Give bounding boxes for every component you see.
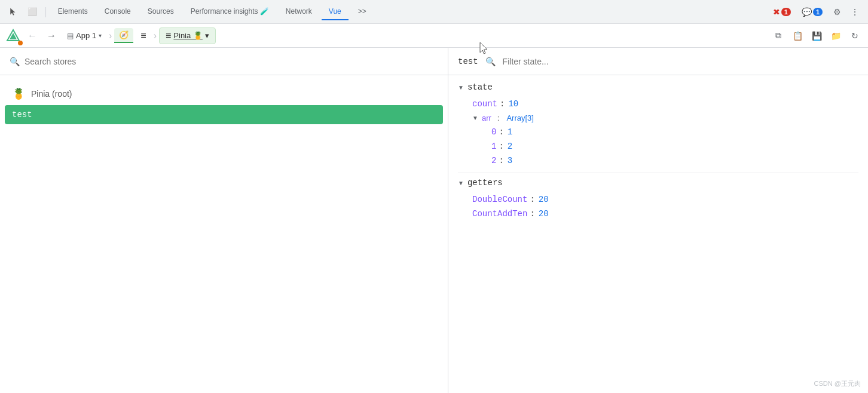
state-row-count: count : 10 xyxy=(458,97,858,111)
section-divider xyxy=(458,173,858,173)
state-content: ▼ state count : 10 ▼ arr : Array[3] xyxy=(448,75,868,393)
arr-colon-0: : xyxy=(499,127,503,137)
pinia-root-label: Pinia (root) xyxy=(31,89,72,99)
arr-index-1: 1 xyxy=(491,142,496,151)
search-icon: 🔍 xyxy=(10,57,20,66)
clipboard-btn[interactable]: 📋 xyxy=(789,27,806,44)
search-bar: 🔍 xyxy=(0,48,448,75)
arr-index-2: 2 xyxy=(491,156,496,165)
arr-val-2: 3 xyxy=(508,156,512,165)
app-breadcrumb[interactable]: ▤ App 1 ▾ xyxy=(62,29,106,42)
tab-vue[interactable]: Vue xyxy=(322,4,349,20)
countaddten-value: 20 xyxy=(539,209,549,219)
app-label: App 1 xyxy=(76,31,96,40)
active-store-label: test xyxy=(458,57,478,66)
countaddten-key: CountAddTen xyxy=(472,209,527,219)
state-row-countaddten: CountAddTen : 20 xyxy=(458,207,858,221)
breadcrumb-bar: ← → ▤ App 1 ▾ › 🧭 ≡ › ≡ Pinia 🍍 ▾ ⧉ 📋 💾 … xyxy=(0,24,868,48)
dropdown-chevron: ▾ xyxy=(205,31,209,40)
arr-item-0: 0 : 1 xyxy=(458,125,858,139)
state-triangle: ▼ xyxy=(458,84,464,91)
watermark: CSDN @王元肉 xyxy=(814,379,861,388)
arr-colon-1: : xyxy=(499,142,503,151)
breadcrumb-sep-2: › xyxy=(154,30,157,41)
arr-value: Array[3] xyxy=(506,113,534,122)
pinia-btn[interactable]: ≡ Pinia 🍍 ▾ xyxy=(159,27,216,44)
doublecount-value: 20 xyxy=(539,195,549,204)
cursor-icon xyxy=(5,4,22,20)
left-panel: 🔍 🍍 Pinia (root) test xyxy=(0,48,448,393)
getters-title: getters xyxy=(467,178,503,188)
tab-icons: ✖ 1 💬 1 ⚙ ⋮ xyxy=(768,4,863,20)
arr-header[interactable]: ▼ arr : Array[3] xyxy=(458,111,858,125)
state-title: state xyxy=(467,82,493,92)
arr-val-0: 1 xyxy=(508,127,512,137)
tab-performance[interactable]: Performance insights 🧪 xyxy=(184,4,276,20)
tab-sources[interactable]: Sources xyxy=(140,4,181,20)
folder-btn[interactable]: 📁 xyxy=(827,27,844,44)
back-btn: ← xyxy=(24,27,41,44)
store-list: 🍍 Pinia (root) test xyxy=(0,75,448,131)
tab-elements[interactable]: Elements xyxy=(51,4,95,20)
divider: | xyxy=(44,5,47,18)
arr-item-1: 1 : 2 xyxy=(458,139,858,153)
message-count: 1 xyxy=(813,8,823,16)
arr-val-1: 2 xyxy=(508,142,512,151)
arr-colon: : xyxy=(497,113,500,122)
search-input[interactable] xyxy=(25,57,438,66)
tab-network[interactable]: Network xyxy=(279,4,319,20)
tab-more[interactable]: >> xyxy=(351,4,374,20)
arr-key: arr xyxy=(482,113,491,122)
breadcrumb-sep-1: › xyxy=(109,30,112,41)
refresh-btn[interactable]: ↻ xyxy=(846,27,863,44)
vue-logo xyxy=(5,27,22,44)
copy-btn[interactable]: ⧉ xyxy=(770,27,787,44)
arr-item-2: 2 : 3 xyxy=(458,153,858,168)
compass-icon: 🧭 xyxy=(119,30,129,39)
doublecount-key: DoubleCount xyxy=(472,195,527,204)
compass-btn[interactable]: 🧭 xyxy=(114,28,133,43)
grid-icon: ≡ xyxy=(140,30,146,41)
countaddten-colon: : xyxy=(530,209,534,219)
pinia-label: Pinia 🍍 xyxy=(173,31,203,40)
arr-triangle: ▼ xyxy=(472,115,478,121)
devtools-tab-bar: ⬜ | Elements Console Sources Performance… xyxy=(0,0,868,24)
right-panel: test 🔍 ▼ state count : 10 xyxy=(448,48,868,393)
getters-section-header[interactable]: ▼ getters xyxy=(458,178,858,188)
doublecount-colon: : xyxy=(530,195,534,204)
arr-colon-2: : xyxy=(499,156,503,165)
inspector-icon[interactable]: ⬜ xyxy=(24,4,41,20)
error-badge-btn[interactable]: ✖ 1 xyxy=(768,5,796,19)
test-store-label: test xyxy=(12,110,32,119)
grid-icon-btn[interactable]: ≡ xyxy=(136,28,151,44)
error-count: 1 xyxy=(781,8,791,16)
toolbar-right: ⧉ 📋 💾 📁 ↻ xyxy=(770,27,863,44)
pinia-emoji: 🍍 xyxy=(12,87,25,100)
message-badge-btn[interactable]: 💬 1 xyxy=(797,5,827,19)
more-btn[interactable]: ⋮ xyxy=(846,4,863,20)
store-item-pinia-root[interactable]: 🍍 Pinia (root) xyxy=(5,82,443,105)
arr-index-0: 0 xyxy=(491,127,496,137)
count-key: count xyxy=(472,99,497,109)
store-item-test[interactable]: test xyxy=(5,105,443,124)
count-colon: : xyxy=(500,99,505,109)
state-section-header[interactable]: ▼ state xyxy=(458,82,858,92)
filter-icon: 🔍 xyxy=(485,57,496,66)
save-btn[interactable]: 💾 xyxy=(808,27,825,44)
tab-console[interactable]: Console xyxy=(97,4,138,20)
main-content: 🔍 🍍 Pinia (root) test test 🔍 xyxy=(0,48,868,393)
count-value: 10 xyxy=(508,99,518,109)
state-row-doublecount: DoubleCount : 20 xyxy=(458,192,858,207)
forward-btn[interactable]: → xyxy=(43,27,60,44)
right-header: test 🔍 xyxy=(448,48,868,75)
getters-triangle: ▼ xyxy=(458,180,464,186)
filter-input[interactable] xyxy=(503,57,622,66)
settings-btn[interactable]: ⚙ xyxy=(829,4,845,20)
